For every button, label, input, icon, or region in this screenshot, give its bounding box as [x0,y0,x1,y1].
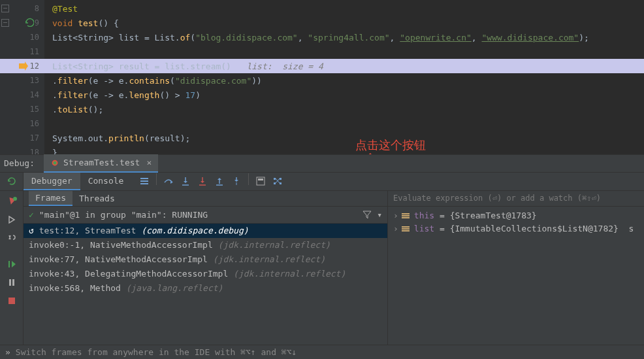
check-icon: ✓ [29,210,34,220]
stack-frame[interactable]: invoke:43, DelegatingMethodAccessorImpl … [24,267,387,281]
stack-frame[interactable]: invoke0:-1, NativeMethodAccessorImpl (jd… [24,238,387,252]
close-tab-icon[interactable]: × [146,158,152,167]
line-number[interactable]: 14 [0,88,44,102]
svg-rect-24 [8,261,10,267]
run-to-cursor-icon[interactable] [229,173,244,189]
variables-list[interactable]: ›this = {StreamTest@1783}›list = {Immuta… [388,207,644,345]
debug-tab-name: StreamTest.test [63,158,140,167]
variable-row[interactable]: ›this = {StreamTest@1783} [388,209,644,222]
line-number[interactable]: 17 [0,131,44,145]
svg-rect-25 [9,279,11,286]
breakpoint-arrow-icon[interactable] [18,61,29,71]
gutter: 891011121314151617181920 [0,0,44,154]
rerun-debug-icon[interactable] [4,194,20,209]
line-number[interactable]: 13 [0,73,44,88]
code-line[interactable]: List<String> list = List.of("blog.didisp… [44,30,644,44]
debug-label: Debug: [4,158,35,168]
show-execution-point-icon[interactable] [137,173,152,189]
line-number[interactable]: 18 [0,145,44,154]
rerun-icon[interactable] [7,176,17,186]
code-line[interactable]: List<String> result = list.stream() list… [44,59,644,73]
code-area[interactable]: @Test void test() { List<String> list = … [44,0,644,154]
code-line[interactable]: void test() { [44,16,644,30]
debug-tool-window-header: Debug: StreamTest.test × [0,154,644,173]
pause-icon[interactable] [4,275,20,290]
stack-frame[interactable]: invoke:568, Method (java.lang.reflect) [24,281,387,296]
svg-rect-33 [402,230,410,231]
modify-run-icon[interactable] [4,212,20,228]
frames-tab[interactable]: Frames [29,191,72,206]
trace-stream-icon[interactable] [270,173,285,189]
stack-frame[interactable]: invoke:77, NativeMethodAccessorImpl (jdk… [24,252,387,267]
debug-toolbar: Debugger Console [0,173,644,191]
variable-icon [401,224,410,233]
svg-rect-17 [274,178,276,180]
step-into-icon[interactable] [178,173,193,189]
variables-panel: Evaluate expression (⏎) or add a watch (… [388,191,644,345]
threads-tab[interactable]: Threads [72,191,121,206]
svg-rect-32 [402,228,410,230]
code-line[interactable]: .filter(e -> e.length() > 17) [44,88,644,102]
variable-row[interactable]: ›list = {ImmutableCollections$ListN@1782… [388,222,644,235]
resume-icon[interactable] [4,256,20,272]
stack-frame[interactable]: ↺ test:12, StreamTest (com.didispace.deb… [24,224,387,238]
svg-rect-6 [140,183,148,184]
debug-body: Frames Threads ✓ "main"@1 in group "main… [0,191,644,345]
more-icon[interactable]: » [5,347,10,357]
thread-selector[interactable]: ✓ "main"@1 in group "main": RUNNING ▾ [24,207,387,224]
line-number[interactable]: 15 [0,102,44,116]
annotation-text: 点击这个按钮 [355,137,426,153]
svg-rect-30 [402,217,410,218]
stack-list[interactable]: ↺ test:12, StreamTest (com.didispace.deb… [24,224,387,345]
debug-run-tab[interactable]: StreamTest.test × [44,154,158,173]
svg-rect-20 [280,182,282,184]
run-test-icon[interactable] [25,18,34,27]
code-line[interactable] [44,44,644,59]
svg-rect-26 [12,279,14,286]
evaluate-input[interactable]: Evaluate expression (⏎) or add a watch (… [388,191,644,207]
editor-area: 891011121314151617181920 @Test void test… [0,0,644,154]
thread-header-text: "main"@1 in group "main": RUNNING [39,210,362,220]
stop-icon[interactable] [4,293,20,309]
svg-point-3 [53,161,56,164]
settings-icon[interactable] [4,230,20,246]
debug-side-actions [0,191,24,345]
svg-rect-16 [258,179,263,180]
line-number[interactable]: 8 [0,1,44,16]
variable-icon [401,211,410,220]
line-number[interactable]: 11 [0,44,44,59]
svg-rect-28 [402,213,410,214]
code-line[interactable]: .toList(); [44,102,644,116]
console-tab[interactable]: Console [80,173,132,190]
svg-rect-31 [402,226,410,228]
evaluate-expression-icon[interactable] [253,173,268,189]
filter-icon[interactable] [362,210,372,219]
svg-rect-4 [140,178,148,179]
bug-icon [50,158,59,167]
svg-rect-15 [257,177,265,185]
line-number[interactable]: 16 [0,116,44,131]
svg-rect-5 [140,180,148,182]
code-line[interactable]: System.out.println(result); [44,131,644,145]
fold-icon[interactable] [1,5,9,12]
force-step-into-icon[interactable] [195,173,210,189]
code-line[interactable] [44,116,644,131]
svg-rect-18 [274,182,276,184]
line-number[interactable]: 10 [0,30,44,44]
line-number[interactable]: 12 [0,59,44,73]
step-out-icon[interactable] [212,173,227,189]
svg-rect-29 [402,215,410,216]
hint-bar: » Switch frames from anywhere in the IDE… [0,345,644,359]
chevron-down-icon[interactable]: ▾ [377,210,382,220]
code-line[interactable]: @Test [44,1,644,16]
step-over-icon[interactable] [161,173,176,189]
code-line[interactable]: } [44,145,644,154]
svg-point-23 [13,197,17,201]
fold-icon[interactable] [1,19,9,27]
line-number[interactable]: 9 [0,16,44,30]
code-line[interactable]: .filter(e -> e.contains("didispace.com")… [44,73,644,88]
frames-panel: Frames Threads ✓ "main"@1 in group "main… [24,191,388,345]
hint-text: Switch frames from anywhere in the IDE w… [16,347,297,357]
svg-rect-27 [8,298,15,304]
debugger-tab[interactable]: Debugger [24,173,80,190]
